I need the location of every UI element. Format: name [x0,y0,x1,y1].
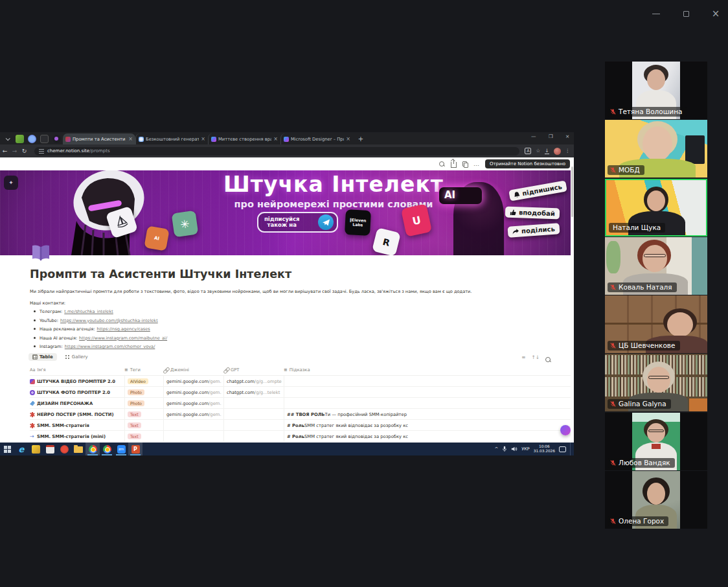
app-icon-1c[interactable] [43,443,57,455]
contact-link[interactable]: https://www.instagram.com/maibutne_ai/ [79,336,167,341]
get-notion-button[interactable]: Отримайте Notion безкоштовно [485,159,570,168]
share-icon[interactable] [451,162,457,168]
microphone-tray-icon[interactable] [502,446,507,452]
internet-explorer-icon[interactable]: e [14,443,28,455]
taskbar-clock[interactable]: 10:06 31.03.2026 [534,444,555,454]
site-info-icon[interactable] [39,149,44,154]
contact-link[interactable]: https://www.youtube.com/@shtuchka-intele… [60,318,158,323]
tab-microsoft-designer[interactable]: Microsoft Designer – Приголо × [280,133,353,144]
contact-link[interactable]: https://nsg.agency/cases [97,327,150,332]
participant-tile[interactable]: Тетяна Волошина [605,62,707,119]
page-emoji-icon[interactable] [31,244,51,262]
tag-pill[interactable]: Text [128,433,141,439]
tag-pill[interactable]: Text [128,411,141,417]
participant-tile[interactable]: МОБД [605,120,707,178]
close-icon[interactable]: × [273,136,278,142]
gemini-link[interactable]: gemini.google.com [166,379,209,384]
powerpoint-icon[interactable]: P [128,443,142,455]
maximize-button[interactable] [679,8,693,19]
table-row[interactable]: ДИЗАЙН ПЕРСОНАЖА Photo gemini.google.com… [30,398,574,409]
participant-tile[interactable]: Любов Вандяк [605,413,707,470]
minimize-button[interactable] [649,8,663,19]
zoom-icon[interactable]: zm [114,443,128,455]
row-name[interactable]: НЕЙРО ПОСТЕР (SMM. ПОСТИ) [37,412,114,417]
tag-pill[interactable]: AIVideo [128,378,148,384]
browser-menu-icon[interactable]: ⋮ [565,148,571,154]
participant-tile[interactable]: Коваль Наталя [605,237,707,295]
gemini-link[interactable]: gemini.google.com [166,412,209,417]
banner-menu-button[interactable]: ✦ [4,176,18,190]
search-icon[interactable] [439,161,445,167]
tag-pill[interactable]: Photo [128,400,144,406]
close-icon[interactable]: × [201,136,205,142]
tab-gallery-view[interactable]: Gallery [61,353,92,361]
gemini-link[interactable]: gemini.google.com [166,401,209,406]
forward-button[interactable]: → [10,148,19,154]
close-icon[interactable]: × [128,136,133,142]
more-icon[interactable]: … [473,161,479,167]
sort-icon[interactable]: ↑↓ [531,354,540,360]
browser-minimize-button[interactable]: — [531,134,536,139]
tab-generator[interactable]: Безкоштовний генератор зоб × [135,133,208,144]
address-bar[interactable]: chemer.notion.site /prompts [34,147,519,155]
table-row[interactable]: ШТУЧКА ФОТО ПРОПТЕР 2.0 Photo gemini.goo… [30,387,574,398]
participant-tile[interactable]: ЦБ Шевченкове [605,295,707,353]
table-row[interactable]: SMM. SMM-стратегія Text # Роль SMM страт… [30,420,574,431]
tab-designer-create[interactable]: Миттєве створення вражаю × [208,133,280,144]
browser-restore-button[interactable]: ❐ [549,134,553,139]
participant-tile[interactable]: Олена Горох [605,471,707,529]
browser-close-button[interactable]: × [565,134,569,139]
filter-icon[interactable]: ≡ [521,354,525,360]
column-gemini[interactable]: Джеміні [163,367,189,373]
column-tags[interactable]: ≡ Теги [124,367,141,373]
tray-expand-icon[interactable]: ^ [494,446,498,452]
row-name[interactable]: ДИЗАЙН ПЕРСОНАЖА [37,401,93,406]
file-explorer-icon[interactable] [71,443,85,455]
table-row[interactable]: → SMM. SMM-стратегія (mini) Text # Роль … [30,431,574,442]
duplicate-icon[interactable] [462,161,468,167]
row-name[interactable]: SMM. SMM-стратегія [37,423,89,428]
gemini-link[interactable]: gemini.google.com [166,390,209,395]
gpt-link[interactable]: chatgpt.com [227,390,255,395]
language-indicator[interactable]: УКР [521,446,530,452]
table-row[interactable]: НЕЙРО ПОСТЕР (SMM. ПОСТИ) Text gemini.go… [30,409,574,420]
row-name[interactable]: ШТУЧКА ВІДЕО ПРОМПТЕР 2.0 [37,379,115,384]
participant-tile-active-speaker[interactable]: Натали Щука [605,179,707,236]
gpt-link[interactable]: chatgpt.com [227,379,255,384]
participant-tile[interactable]: Galina Galyna [605,354,707,411]
reload-button[interactable]: ↻ [19,148,29,154]
bookmark-star-icon[interactable]: ☆ [536,148,540,154]
chrome-icon-2[interactable] [100,443,114,455]
action-center-icon[interactable] [559,446,566,452]
tag-pill[interactable]: Photo [128,389,144,395]
translate-icon[interactable]: A [525,148,531,154]
contact-link[interactable]: https://www.instagram.com/chemer_vova/ [65,344,155,349]
close-icon[interactable]: × [346,136,350,142]
downloads-icon[interactable]: ↓ [545,148,549,154]
floating-widget-button[interactable] [560,425,571,435]
table-row[interactable]: ШТУЧКА ВІДЕО ПРОМПТЕР 2.0 AIVideo gemini… [30,376,574,387]
chrome-icon[interactable] [85,443,100,455]
tag-pill[interactable]: Text [128,422,141,428]
app-icon-red[interactable] [57,443,71,455]
contact-link[interactable]: t.me/shtuchka_intelekt [64,309,113,314]
new-tab-button[interactable]: + [356,133,366,144]
column-gpt[interactable]: GPT [223,367,240,373]
row-name[interactable]: ШТУЧКА ФОТО ПРОПТЕР 2.0 [37,390,110,395]
column-hint[interactable]: ≡ Підказка [284,367,310,373]
pinned-tab-icon-3[interactable] [40,135,49,143]
pinned-tab-icon-1[interactable] [16,135,24,143]
profile-avatar[interactable] [554,148,561,155]
pinned-tab-icon-2[interactable] [28,135,36,143]
tab-search-button[interactable] [2,134,12,144]
tab-table-view[interactable]: Table [28,353,57,361]
column-name[interactable]: Aa Ім'я [30,367,46,373]
speaker-tray-icon[interactable] [511,446,518,452]
page-scrollbar[interactable] [571,157,574,443]
row-name[interactable]: SMM. SMM-стратегія (mini) [37,434,106,439]
close-button[interactable]: × [709,8,723,19]
tab-prompts[interactable]: Промпти та Асистенти Штучк × [63,133,135,144]
show-desktop-button[interactable] [570,443,573,455]
app-icon-yellow[interactable] [28,443,43,455]
start-button[interactable] [0,443,14,455]
